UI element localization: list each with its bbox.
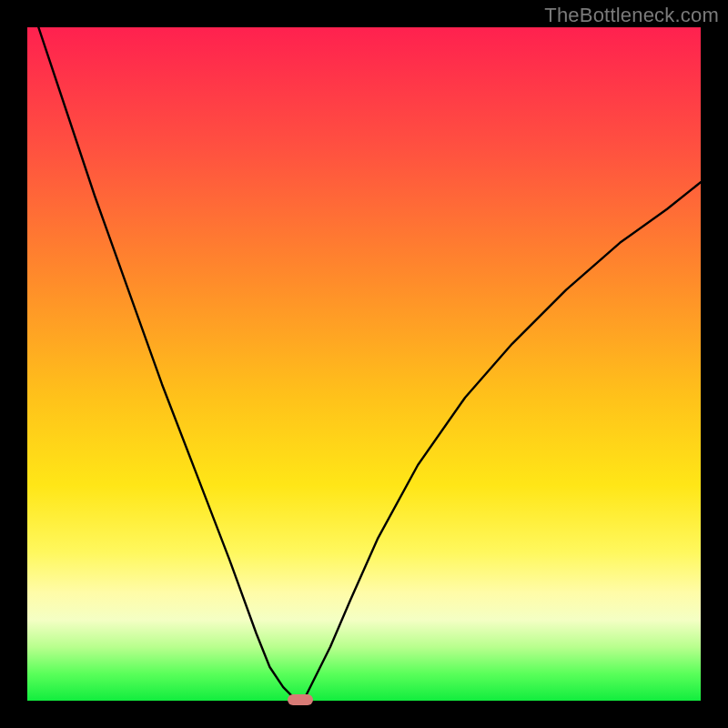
chart-frame: TheBottleneck.com [0,0,728,728]
watermark-text: TheBottleneck.com [544,4,719,27]
optimum-marker [288,694,313,705]
plot-area [27,27,701,701]
bottleneck-curve [27,27,701,701]
curve-path [27,27,701,701]
